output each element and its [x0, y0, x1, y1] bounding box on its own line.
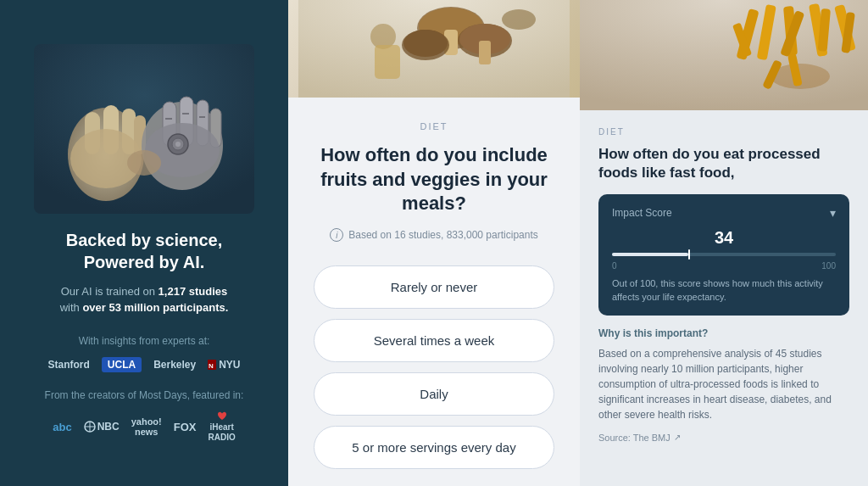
- answer-options: Rarely or never Several times a week Dai…: [314, 265, 554, 469]
- robot-hands-illustration: [34, 44, 254, 214]
- middle-content: DIET How often do you include fruits and…: [288, 98, 580, 486]
- middle-panel: DIET How often do you include fruits and…: [288, 0, 580, 486]
- ucla-logo: UCLA: [102, 357, 142, 372]
- score-indicator: [688, 249, 690, 260]
- abc-logo: abc: [53, 421, 71, 433]
- iheart-logo: iHeartRADIO: [208, 411, 235, 443]
- right-section-label: DIET: [598, 127, 849, 137]
- score-bar-fill: [612, 253, 688, 256]
- fox-logo: FOX: [174, 421, 197, 433]
- answer-several[interactable]: Several times a week: [314, 319, 554, 362]
- why-important-title: Why is this important?: [598, 327, 849, 339]
- svg-rect-31: [479, 41, 491, 64]
- middle-food-image: [288, 0, 580, 98]
- impact-card-title: Impact Score: [612, 207, 672, 219]
- score-max: 100: [821, 261, 836, 271]
- svg-text:N: N: [209, 362, 214, 370]
- impact-score-bar: [612, 253, 836, 256]
- study-info: i Based on 16 studies, 833,000 participa…: [330, 228, 538, 242]
- left-panel: Backed by science, Powered by AI. Our AI…: [0, 0, 288, 486]
- experts-label: With insights from experts at:: [45, 335, 244, 347]
- svg-point-33: [403, 30, 448, 57]
- answer-five-more[interactable]: 5 or more servings every day: [314, 426, 554, 469]
- impact-score-card: Impact Score ▾ 34 0 100 Out of 100, this…: [598, 194, 849, 316]
- answer-daily[interactable]: Daily: [314, 372, 554, 416]
- middle-section-label: DIET: [420, 121, 448, 131]
- svg-point-34: [502, 9, 536, 30]
- middle-question-title: How often do you include fruits and vegg…: [314, 143, 554, 216]
- score-range: 0 100: [612, 261, 836, 271]
- nbc-logo: NBC: [84, 421, 120, 433]
- left-content: Backed by science, Powered by AI. Our AI…: [45, 229, 244, 443]
- answer-rarely[interactable]: Rarely or never: [314, 265, 554, 309]
- source-label: Source: The BMJ: [598, 433, 670, 443]
- right-question-title: How often do you eat processed foods lik…: [598, 145, 849, 182]
- left-subtitle: Our AI is trained on 1,217 studies with …: [45, 283, 244, 316]
- info-icon: i: [330, 228, 343, 242]
- svg-rect-36: [375, 45, 400, 79]
- university-logos: Stanford UCLA Berkeley N NYU: [45, 357, 244, 372]
- why-important-text: Based on a comprehensive analysis of 45 …: [598, 346, 849, 422]
- yahoo-news-logo: yahoo!news: [131, 416, 162, 437]
- svg-point-16: [127, 150, 161, 176]
- score-min: 0: [612, 261, 617, 271]
- source-reference[interactable]: Source: The BMJ ↗: [598, 433, 849, 443]
- nyu-logo: N NYU: [208, 359, 240, 371]
- featured-label: From the creators of Most Days, featured…: [45, 389, 244, 401]
- impact-score-value: 34: [612, 228, 836, 248]
- svg-point-19: [175, 142, 181, 147]
- right-food-image: [580, 0, 868, 110]
- external-link-icon: ↗: [674, 433, 681, 442]
- chevron-down-icon[interactable]: ▾: [830, 206, 836, 220]
- stanford-logo: Stanford: [47, 359, 89, 371]
- right-panel: DIET How often do you eat processed food…: [580, 0, 868, 486]
- right-content: DIET How often do you eat processed food…: [580, 110, 868, 486]
- impact-card-header: Impact Score ▾: [612, 206, 836, 220]
- media-logos: abc NBC yahoo!news FOX iHeartRADIO: [45, 411, 244, 443]
- left-title: Backed by science, Powered by AI.: [45, 229, 244, 273]
- study-info-text: Based on 16 studies, 833,000 participant…: [348, 229, 538, 241]
- impact-description: Out of 100, this score shows how much th…: [612, 277, 836, 304]
- berkeley-logo: Berkeley: [153, 359, 196, 371]
